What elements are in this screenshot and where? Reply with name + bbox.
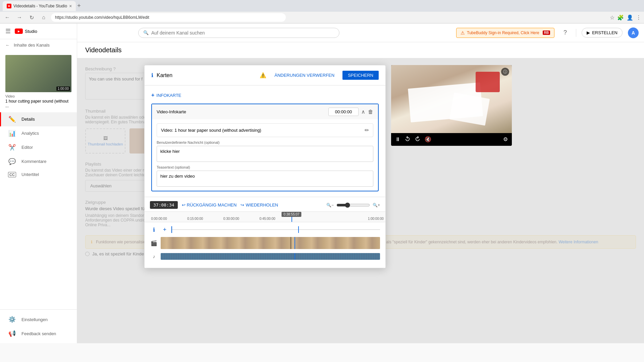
video-info-button[interactable]: ⓘ (501, 68, 509, 76)
tubebuddy-banner[interactable]: ⚠ TubeBuddy Sign-in Required, Click Here… (456, 28, 554, 38)
tubebuddy-text: TubeBuddy Sign-in Required, Click Here (467, 31, 539, 35)
track-area: ℹ + 🎬 (145, 222, 385, 264)
marker-15: 0:15:00:00 (187, 217, 203, 221)
sidebar-label-feedback: Feedback senden (21, 331, 56, 336)
video-duration-badge: 1:00:00 (56, 86, 70, 91)
back-arrow-icon: ← (5, 43, 10, 48)
forward-button[interactable]: 5 (415, 136, 421, 143)
cursor-position-marker (290, 237, 291, 249)
user-avatar[interactable]: A (628, 27, 639, 38)
page-header-bar: Videodetails (77, 42, 644, 58)
card-indicator (171, 226, 172, 233)
card-teaser-label: Teasertext (optional) (157, 165, 373, 169)
modal-info-icon: ℹ (151, 72, 153, 78)
sidebar-video-card: 1:00:00 Video 1 hour cutting paper sound… (0, 51, 77, 112)
help-button[interactable]: ? (560, 27, 571, 38)
address-bar[interactable] (51, 13, 286, 22)
card-time-input[interactable] (328, 108, 359, 116)
forward-button[interactable]: → (15, 13, 24, 22)
undo-button[interactable]: ↩ RÜCKGÄNGIG MACHEN (182, 202, 237, 207)
add-card-plus-icon: + (151, 92, 154, 98)
home-button[interactable]: ⌂ (39, 13, 48, 22)
video-controls: ⏸ 5 5 🔇 ⚙ (391, 133, 512, 146)
video-thumbnail: 1:00:00 (5, 55, 71, 92)
modal-title: Karten (157, 72, 172, 78)
profile-btn[interactable]: 👤 (627, 14, 633, 21)
einstellungen-icon: ⚙️ (8, 316, 16, 323)
browser-chrome: ▶ Videodetails - YouTube Studio × + ← → … (0, 0, 644, 23)
hamburger-icon[interactable]: ☰ (5, 27, 11, 35)
sidebar-back-link[interactable]: ← Inhalte des Kanals (0, 39, 77, 51)
video-display: ⓘ (391, 65, 512, 133)
search-input-wrap: 🔍 (138, 28, 339, 38)
sidebar-item-analytics[interactable]: 📊 Analytics (0, 126, 77, 140)
card-video-reference: Video: 1 hour tear paper sound (without … (157, 123, 373, 137)
back-label: Inhalte des Kanals (14, 43, 50, 48)
sidebar-label-untertitel: Untertitel (21, 172, 39, 177)
audio-waveform (161, 253, 380, 260)
card-delete-button[interactable]: 🗑 (368, 109, 373, 115)
card-collapse-button[interactable]: ∧ (361, 109, 365, 115)
analytics-icon: 📊 (8, 130, 16, 137)
global-header: 🔍 ⚠ TubeBuddy Sign-in Required, Click He… (77, 23, 644, 42)
sidebar-item-feedback[interactable]: 📢 Feedback senden (0, 326, 77, 341)
svg-text:5: 5 (407, 138, 408, 140)
extensions-btn[interactable]: 🧩 (617, 14, 624, 21)
modal-save-button[interactable]: SPEICHERN (342, 71, 379, 80)
card-video-ref-text: Video: 1 hour tear paper sound (without … (161, 128, 261, 133)
settings-button[interactable]: ⚙ (503, 136, 508, 142)
active-tab[interactable]: ▶ Videodetails - YouTube Studio × (3, 1, 76, 11)
search-input[interactable] (151, 30, 334, 36)
info-card-track-icon: ℹ (150, 227, 158, 233)
video-frame (391, 65, 512, 133)
redo-button[interactable]: ↪ WIEDERHOLEN (240, 202, 278, 207)
header-divider (576, 29, 576, 37)
modal-header-actions: ⚠️ ÄNDERUNGEN VERWERFEN SPEICHERN (260, 71, 379, 80)
card-edit-button[interactable]: ✏ (365, 127, 369, 133)
timeline-markers-row: 0:38:55:07 0:00:00:00 0:15:00:00 0:30:00… (145, 212, 385, 222)
marker-60: 1:00:00:00 (368, 217, 384, 221)
sidebar-item-details[interactable]: ✏️ Details (0, 112, 77, 126)
pause-button[interactable]: ⏸ (395, 136, 400, 142)
sidebar-item-kommentare[interactable]: 💬 Kommentare (0, 155, 77, 169)
video-track-cursor (294, 237, 295, 249)
timeline-toolbar: 37:08:34 ↩ RÜCKGÄNGIG MACHEN ↪ WIEDERHOL… (145, 201, 385, 212)
card-custom-message-input[interactable]: klicke hier (157, 146, 373, 162)
sidebar-label-einstellungen: Einstellungen (21, 317, 48, 322)
zoom-in-button[interactable]: 🔍+ (373, 203, 380, 207)
svg-text:5: 5 (417, 138, 418, 140)
modal-discard-button[interactable]: ÄNDERUNGEN VERWERFEN (270, 71, 338, 80)
zoom-slider[interactable] (336, 202, 370, 208)
timeline-section: 37:08:34 ↩ RÜCKGÄNGIG MACHEN ↪ WIEDERHOL… (145, 197, 385, 268)
sidebar-item-editor[interactable]: ✂️ Editor (0, 140, 77, 155)
menu-btn[interactable]: ⋮ (636, 14, 641, 21)
marker-45: 0:45:00:00 (260, 217, 275, 221)
video-track-strip (161, 237, 380, 249)
card-teaser-input[interactable]: hier zu dem video (157, 171, 373, 187)
back-button[interactable]: ← (3, 13, 12, 22)
page-title: Videodetails (85, 46, 122, 54)
rewind-button[interactable]: 5 (405, 136, 411, 143)
new-tab-button[interactable]: + (77, 2, 81, 9)
modal-header: ℹ Karten ⚠️ ÄNDERUNGEN VERWERFEN SPEICHE… (145, 65, 385, 85)
video-title-sidebar: 1 hour cutting paper sound (without ... (5, 99, 71, 108)
mute-button[interactable]: 🔇 (425, 136, 431, 142)
red-sleeve (476, 72, 500, 92)
paper-element-2 (449, 93, 490, 126)
sidebar-item-untertitel[interactable]: CC Untertitel (0, 169, 77, 181)
tab-title: Videodetails - YouTube Studio (13, 4, 67, 8)
audio-track-icon: ♪ (150, 254, 158, 259)
add-card-track-btn[interactable]: + (161, 226, 169, 233)
create-label: ERSTELLEN (592, 30, 618, 35)
bookmark-btn[interactable]: ☆ (610, 14, 614, 21)
refresh-button[interactable]: ↻ (27, 13, 36, 22)
video-track-icon: 🎬 (150, 240, 158, 246)
zoom-out-button[interactable]: 🔍− (326, 203, 334, 207)
sidebar-nav: ✏️ Details 📊 Analytics ✂️ Editor 💬 Komme… (0, 112, 77, 181)
tab-favicon: ▶ (7, 4, 11, 8)
sidebar-item-einstellungen[interactable]: ⚙️ Einstellungen (0, 312, 77, 326)
tab-close-btn[interactable]: × (69, 3, 72, 9)
create-button[interactable]: ▶ ERSTELLEN (582, 28, 623, 38)
add-card-button[interactable]: + INFOKARTE (151, 91, 181, 100)
add-card-label: INFOKARTE (156, 93, 181, 98)
